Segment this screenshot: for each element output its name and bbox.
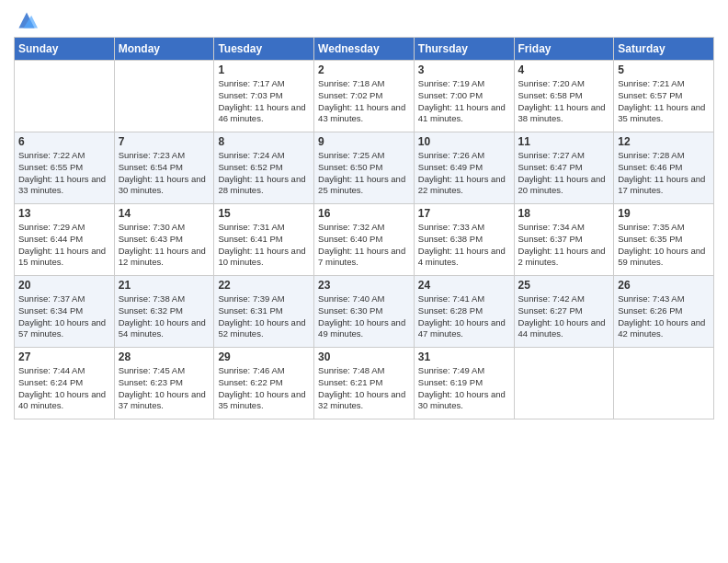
day-info: Sunrise: 7:23 AM Sunset: 6:54 PM Dayligh… [119,150,210,197]
calendar-table: SundayMondayTuesdayWednesdayThursdayFrid… [14,37,714,419]
calendar-week-row: 13Sunrise: 7:29 AM Sunset: 6:44 PM Dayli… [15,204,714,276]
calendar-cell: 25Sunrise: 7:42 AM Sunset: 6:27 PM Dayli… [514,276,614,348]
day-info: Sunrise: 7:39 AM Sunset: 6:31 PM Dayligh… [218,293,310,340]
col-header-thursday: Thursday [414,38,514,61]
day-number: 16 [318,207,410,220]
day-number: 1 [218,63,310,76]
day-info: Sunrise: 7:49 AM Sunset: 6:19 PM Dayligh… [418,365,510,412]
calendar-cell: 6Sunrise: 7:22 AM Sunset: 6:55 PM Daylig… [15,132,115,204]
day-info: Sunrise: 7:19 AM Sunset: 7:00 PM Dayligh… [418,78,510,125]
day-number: 17 [418,207,510,220]
day-number: 26 [618,279,710,292]
day-info: Sunrise: 7:32 AM Sunset: 6:40 PM Dayligh… [318,222,410,269]
day-number: 4 [518,63,610,76]
day-info: Sunrise: 7:30 AM Sunset: 6:43 PM Dayligh… [119,222,210,269]
day-number: 6 [18,135,110,148]
calendar-cell: 8Sunrise: 7:24 AM Sunset: 6:52 PM Daylig… [214,132,314,204]
day-info: Sunrise: 7:38 AM Sunset: 6:32 PM Dayligh… [119,293,210,340]
day-info: Sunrise: 7:37 AM Sunset: 6:34 PM Dayligh… [18,293,110,340]
calendar-cell: 2Sunrise: 7:18 AM Sunset: 7:02 PM Daylig… [314,61,415,132]
day-info: Sunrise: 7:17 AM Sunset: 7:03 PM Dayligh… [218,78,310,125]
calendar-cell: 18Sunrise: 7:34 AM Sunset: 6:37 PM Dayli… [514,204,614,276]
day-number: 19 [618,207,710,220]
day-number: 15 [218,207,310,220]
day-info: Sunrise: 7:48 AM Sunset: 6:21 PM Dayligh… [318,365,410,412]
day-info: Sunrise: 7:28 AM Sunset: 6:46 PM Dayligh… [618,150,710,197]
calendar-header-row: SundayMondayTuesdayWednesdayThursdayFrid… [15,38,714,61]
day-info: Sunrise: 7:46 AM Sunset: 6:22 PM Dayligh… [218,365,310,412]
calendar-cell [15,61,115,132]
day-number: 8 [218,135,310,148]
calendar-cell: 11Sunrise: 7:27 AM Sunset: 6:47 PM Dayli… [514,132,614,204]
col-header-friday: Friday [514,38,614,61]
day-info: Sunrise: 7:35 AM Sunset: 6:35 PM Dayligh… [618,222,710,269]
day-number: 18 [518,207,610,220]
day-number: 25 [518,279,610,292]
day-number: 27 [18,350,110,363]
calendar-cell: 22Sunrise: 7:39 AM Sunset: 6:31 PM Dayli… [214,276,314,348]
calendar-cell: 10Sunrise: 7:26 AM Sunset: 6:49 PM Dayli… [414,132,514,204]
calendar-cell: 21Sunrise: 7:38 AM Sunset: 6:32 PM Dayli… [114,276,214,348]
calendar-cell: 1Sunrise: 7:17 AM Sunset: 7:03 PM Daylig… [214,61,314,132]
day-number: 3 [418,63,510,76]
calendar-week-row: 1Sunrise: 7:17 AM Sunset: 7:03 PM Daylig… [15,61,714,132]
calendar-cell: 30Sunrise: 7:48 AM Sunset: 6:21 PM Dayli… [314,348,415,419]
col-header-tuesday: Tuesday [214,38,314,61]
page: SundayMondayTuesdayWednesdayThursdayFrid… [0,0,728,563]
calendar-cell: 17Sunrise: 7:33 AM Sunset: 6:38 PM Dayli… [414,204,514,276]
day-number: 21 [119,279,210,292]
day-number: 7 [119,135,210,148]
day-info: Sunrise: 7:29 AM Sunset: 6:44 PM Dayligh… [18,222,110,269]
calendar-cell: 14Sunrise: 7:30 AM Sunset: 6:43 PM Dayli… [114,204,214,276]
calendar-cell: 15Sunrise: 7:31 AM Sunset: 6:41 PM Dayli… [214,204,314,276]
day-info: Sunrise: 7:21 AM Sunset: 6:57 PM Dayligh… [618,78,710,125]
day-info: Sunrise: 7:40 AM Sunset: 6:30 PM Dayligh… [318,293,410,340]
day-info: Sunrise: 7:41 AM Sunset: 6:28 PM Dayligh… [418,293,510,340]
header [14,9,714,31]
day-info: Sunrise: 7:31 AM Sunset: 6:41 PM Dayligh… [218,222,310,269]
day-info: Sunrise: 7:24 AM Sunset: 6:52 PM Dayligh… [218,150,310,197]
calendar-cell: 3Sunrise: 7:19 AM Sunset: 7:00 PM Daylig… [414,61,514,132]
day-number: 11 [518,135,610,148]
day-info: Sunrise: 7:34 AM Sunset: 6:37 PM Dayligh… [518,222,610,269]
calendar-week-row: 27Sunrise: 7:44 AM Sunset: 6:24 PM Dayli… [15,348,714,419]
day-number: 28 [119,350,210,363]
logo [14,9,38,31]
day-number: 2 [318,63,410,76]
col-header-sunday: Sunday [15,38,115,61]
calendar-cell: 5Sunrise: 7:21 AM Sunset: 6:57 PM Daylig… [614,61,714,132]
calendar-cell: 7Sunrise: 7:23 AM Sunset: 6:54 PM Daylig… [114,132,214,204]
calendar-cell: 16Sunrise: 7:32 AM Sunset: 6:40 PM Dayli… [314,204,415,276]
day-info: Sunrise: 7:33 AM Sunset: 6:38 PM Dayligh… [418,222,510,269]
calendar-cell: 13Sunrise: 7:29 AM Sunset: 6:44 PM Dayli… [15,204,115,276]
logo-icon [16,9,38,31]
day-info: Sunrise: 7:18 AM Sunset: 7:02 PM Dayligh… [318,78,410,125]
calendar-week-row: 20Sunrise: 7:37 AM Sunset: 6:34 PM Dayli… [15,276,714,348]
day-number: 14 [119,207,210,220]
col-header-saturday: Saturday [614,38,714,61]
day-number: 9 [318,135,410,148]
day-number: 12 [618,135,710,148]
day-number: 23 [318,279,410,292]
day-info: Sunrise: 7:25 AM Sunset: 6:50 PM Dayligh… [318,150,410,197]
day-number: 30 [318,350,410,363]
day-info: Sunrise: 7:22 AM Sunset: 6:55 PM Dayligh… [18,150,110,197]
calendar-week-row: 6Sunrise: 7:22 AM Sunset: 6:55 PM Daylig… [15,132,714,204]
calendar-cell [114,61,214,132]
calendar-cell [514,348,614,419]
day-info: Sunrise: 7:20 AM Sunset: 6:58 PM Dayligh… [518,78,610,125]
day-info: Sunrise: 7:45 AM Sunset: 6:23 PM Dayligh… [119,365,210,412]
col-header-wednesday: Wednesday [314,38,415,61]
calendar-cell: 28Sunrise: 7:45 AM Sunset: 6:23 PM Dayli… [114,348,214,419]
calendar-cell: 24Sunrise: 7:41 AM Sunset: 6:28 PM Dayli… [414,276,514,348]
calendar-cell: 12Sunrise: 7:28 AM Sunset: 6:46 PM Dayli… [614,132,714,204]
calendar-cell: 9Sunrise: 7:25 AM Sunset: 6:50 PM Daylig… [314,132,415,204]
calendar-cell: 23Sunrise: 7:40 AM Sunset: 6:30 PM Dayli… [314,276,415,348]
day-info: Sunrise: 7:42 AM Sunset: 6:27 PM Dayligh… [518,293,610,340]
day-info: Sunrise: 7:26 AM Sunset: 6:49 PM Dayligh… [418,150,510,197]
day-number: 5 [618,63,710,76]
calendar-cell: 19Sunrise: 7:35 AM Sunset: 6:35 PM Dayli… [614,204,714,276]
day-number: 22 [218,279,310,292]
calendar-cell [614,348,714,419]
day-number: 31 [418,350,510,363]
